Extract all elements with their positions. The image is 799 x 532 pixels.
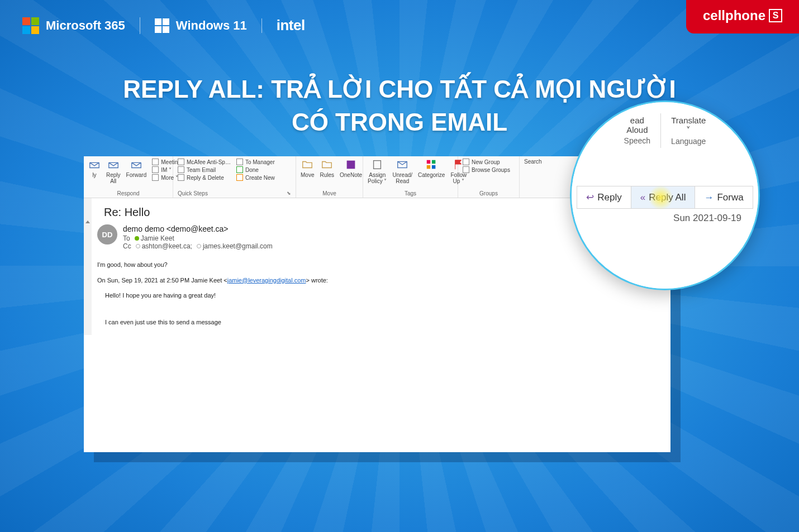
cc-recipient-1[interactable]: ashton@keet.ca; [136, 242, 192, 250]
cellphones-badge: cellphone S [686, 0, 799, 33]
qs-tomanager[interactable]: To Manager [236, 159, 275, 165]
envelope-icon [396, 159, 408, 171]
qs-mcafee[interactable]: McAfee Anti-Sp… [178, 159, 231, 165]
ribbon-tags: Assign Policy ˅ Unread/ Read Categorize … [363, 156, 458, 198]
move-button[interactable]: Move [301, 159, 314, 178]
translate-group: Translate ˅ Language [660, 113, 716, 148]
quoted-email-link[interactable]: jamie@leveragingdigital.com [227, 277, 306, 284]
gutter [84, 198, 92, 335]
ms365-logo: Microsoft 365 [22, 17, 140, 34]
svg-rect-1 [374, 161, 381, 169]
body-line1: I'm good, how about you? [97, 260, 657, 270]
lens-reply-button[interactable]: ↩ Reply [577, 186, 630, 209]
ms365-text: Microsoft 365 [46, 18, 125, 33]
to-recipient[interactable]: Jamie Keet [135, 234, 174, 242]
top-bar: Microsoft 365 Windows 11 intel [22, 17, 799, 34]
people-icon [463, 159, 469, 165]
body-line2: On Sun, Sep 19, 2021 at 2:50 PM Jamie Ke… [97, 276, 657, 286]
reply-all-icon: « [640, 192, 645, 203]
lens-action-row: ↩ Reply « Reply All → Forwa [572, 186, 758, 209]
new-group-button[interactable]: New Group [463, 159, 510, 165]
mail-icon [178, 166, 184, 173]
svg-rect-3 [427, 160, 430, 164]
windows-text: Windows 11 [176, 18, 247, 33]
groups-label: Groups [463, 189, 515, 196]
policy-icon [371, 159, 383, 171]
respond-label: Respond [88, 189, 168, 196]
im-icon [152, 166, 159, 173]
dialog-launcher-icon[interactable]: ⬊ [287, 190, 291, 196]
magnifier-lens: ead Aloud Speech Translate ˅ Language ↩ … [570, 100, 760, 290]
lens-reply-all-button[interactable]: « Reply All [631, 186, 696, 209]
collapse-icon[interactable] [85, 221, 90, 223]
sender-row: DD demo demo <demo@keet.ca> To Jamie Kee… [97, 224, 657, 250]
svg-rect-5 [427, 165, 430, 169]
qs-replydelete[interactable]: Reply & Delete [178, 174, 231, 181]
ribbon-groups: New Group Browse Groups Groups [458, 156, 520, 198]
reply-all-button[interactable]: Reply All [106, 159, 121, 184]
lens-forward-button[interactable]: → Forwa [695, 186, 753, 209]
from-field: demo demo <demo@keet.ca> [123, 224, 273, 233]
svg-rect-0 [347, 161, 355, 169]
avatar: DD [97, 224, 117, 245]
assign-policy-button[interactable]: Assign Policy ˅ [368, 159, 387, 184]
ribbon-quicksteps: McAfee Anti-Sp… Team Email Reply & Delet… [173, 156, 296, 198]
reply-delete-icon [178, 174, 184, 181]
quote-line1: Hello! I hope you are having a great day… [105, 291, 657, 301]
categorize-icon [425, 159, 437, 171]
manager-icon [236, 159, 243, 165]
presence-icon [135, 236, 139, 241]
brand-icon: S [769, 9, 782, 22]
windows-logo: Windows 11 [155, 18, 262, 33]
folder-icon [301, 159, 313, 171]
lens-date: Sun 2021-09-19 [673, 213, 741, 224]
qs-teamemail[interactable]: Team Email [178, 166, 231, 173]
intel-logo: intel [277, 17, 305, 34]
onenote-button[interactable]: OneNote [340, 159, 362, 178]
mail-body: I'm good, how about you? On Sun, Sep 19,… [97, 260, 657, 327]
people-icon [463, 166, 469, 173]
meeting-icon [152, 159, 159, 165]
forward-button[interactable]: Forward [126, 159, 147, 178]
quicksteps-label: Quick Steps [178, 190, 208, 196]
forward-icon: → [704, 192, 714, 203]
svg-rect-6 [432, 165, 435, 169]
windows-icon [155, 18, 169, 33]
ribbon-move: Move Rules OneNote Move [296, 156, 363, 198]
qs-col2: To Manager Done Create New [236, 159, 275, 181]
rules-icon [321, 159, 333, 171]
check-icon [236, 166, 243, 173]
tags-label: Tags [368, 189, 453, 196]
more-icon [152, 174, 159, 181]
unread-button[interactable]: Unread/ Read [392, 159, 412, 184]
brand-name: cellphone [703, 8, 765, 23]
shield-icon [178, 159, 184, 165]
reply-icon: ↩ [586, 191, 594, 203]
headline-line1: REPLY ALL: TRẢ LỜI CHO TẤT CẢ MỌI NGƯỜI [123, 75, 676, 103]
reply-icon [88, 159, 101, 171]
qs-done[interactable]: Done [236, 166, 275, 173]
quote-line2: I can even just use this to send a messa… [105, 318, 657, 328]
microsoft-icon [22, 17, 39, 34]
rules-button[interactable]: Rules [320, 159, 334, 178]
reply-button[interactable]: ly [88, 159, 101, 178]
move-label: Move [301, 189, 358, 196]
reply-all-icon [107, 159, 120, 171]
create-icon [236, 174, 243, 181]
presence-icon [136, 244, 140, 248]
cc-label: Cc [123, 242, 131, 250]
cc-recipient-2[interactable]: james.keet@gmail.com [197, 242, 273, 250]
qs-createnew[interactable]: Create New [236, 174, 275, 181]
ribbon-respond: ly Reply All Forward Meeting IM ˅ More ˅… [84, 156, 173, 198]
browse-groups-button[interactable]: Browse Groups [463, 166, 510, 173]
onenote-icon [345, 159, 357, 171]
to-label: To [123, 234, 130, 242]
forward-icon [130, 159, 142, 171]
presence-icon [197, 244, 201, 248]
qs-col1: McAfee Anti-Sp… Team Email Reply & Delet… [178, 159, 231, 181]
svg-rect-4 [432, 160, 435, 164]
categorize-button[interactable]: Categorize [418, 159, 445, 178]
read-aloud-group: ead Aloud Speech [614, 113, 660, 148]
